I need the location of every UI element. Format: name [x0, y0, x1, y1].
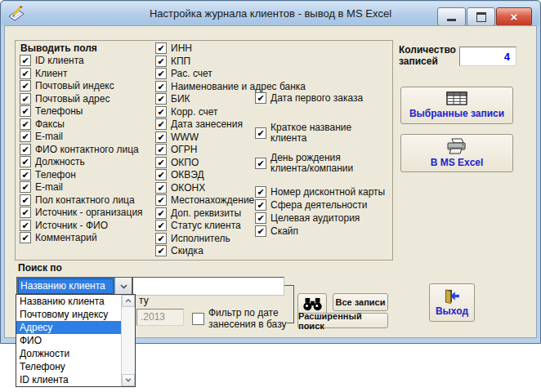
- field-checkbox-row[interactable]: ✔Скайп: [255, 225, 298, 237]
- field-checkbox-row[interactable]: ✔Скидка: [155, 245, 203, 256]
- minimize-button[interactable]: [437, 7, 466, 26]
- checkbox[interactable]: ✔: [20, 156, 31, 167]
- field-checkbox-row[interactable]: ✔Целевая аудитория: [255, 212, 360, 224]
- field-checkbox-row[interactable]: ✔Местонахождение: [155, 194, 254, 206]
- field-checkbox-row[interactable]: ✔ОГРН: [155, 144, 198, 155]
- field-checkbox-row[interactable]: ✔ОКВЭД: [155, 169, 204, 180]
- checkbox[interactable]: ✔: [155, 106, 167, 118]
- field-checkbox-row[interactable]: ✔E-mail: [20, 181, 63, 193]
- dropdown-item[interactable]: ID клиента: [16, 373, 121, 386]
- checkbox[interactable]: ✔: [20, 93, 31, 105]
- dropdown-item[interactable]: Телефону: [16, 360, 121, 373]
- checkbox[interactable]: ✔: [155, 245, 167, 256]
- checkbox[interactable]: ✔: [255, 212, 266, 224]
- field-checkbox-row[interactable]: ✔Факсы: [20, 118, 65, 130]
- close-button[interactable]: ×: [496, 7, 532, 26]
- date-filter-field[interactable]: .2013: [136, 309, 184, 326]
- checkbox[interactable]: ✔: [255, 158, 266, 169]
- checkbox[interactable]: ✔: [155, 42, 167, 54]
- field-checkbox-row[interactable]: ✔Корр. счет: [155, 106, 218, 118]
- field-checkbox-row[interactable]: ✔E-mail: [20, 131, 63, 142]
- field-checkbox-row[interactable]: ✔Исполнитель: [155, 233, 230, 244]
- checkbox[interactable]: ✔: [255, 225, 266, 237]
- checkbox[interactable]: ✔: [20, 105, 31, 117]
- scroll-down-button[interactable]: [122, 374, 135, 386]
- checkbox[interactable]: ✔: [155, 68, 167, 79]
- field-checkbox-row[interactable]: ✔День рождения клиента/компании: [255, 153, 373, 174]
- checkbox[interactable]: ✔: [20, 68, 31, 79]
- checkbox[interactable]: ✔: [20, 55, 31, 66]
- field-checkbox-row[interactable]: ✔Пол контактного лица: [20, 194, 135, 206]
- field-checkbox-row[interactable]: ✔Почтовый индекс: [20, 80, 114, 91]
- field-checkbox-row[interactable]: ✔Источник - ФИО: [20, 220, 108, 231]
- field-checkbox-row[interactable]: ✔БИК: [155, 93, 190, 105]
- checkbox[interactable]: ✔: [155, 118, 167, 130]
- checkbox[interactable]: ✔: [20, 181, 31, 193]
- checkbox[interactable]: ✔: [155, 93, 167, 105]
- maximize-button[interactable]: [467, 7, 495, 26]
- checkbox[interactable]: ✔: [155, 220, 167, 231]
- field-checkbox-row[interactable]: ✔Телефон: [20, 169, 76, 180]
- field-checkbox-row[interactable]: ✔ID клиента: [20, 55, 84, 66]
- field-checkbox-row[interactable]: ✔Рас. счет: [155, 68, 212, 79]
- search-field-combobox[interactable]: Названию клиента: [16, 277, 132, 296]
- field-checkbox-row[interactable]: ✔Телефоны: [20, 105, 83, 117]
- field-checkbox-row[interactable]: ✔Краткое название клиента: [255, 122, 373, 144]
- checkbox[interactable]: ✔: [155, 207, 167, 219]
- dropdown-item[interactable]: Адресу: [16, 321, 121, 334]
- field-checkbox-row[interactable]: ✔Статус клиента: [155, 220, 241, 231]
- field-checkbox-row[interactable]: ✔ФИО контактного лица: [20, 144, 139, 155]
- dropdown-item[interactable]: Почтовому индексу: [16, 308, 121, 321]
- checkbox[interactable]: ✔: [20, 131, 31, 142]
- checkbox[interactable]: ✔: [20, 144, 31, 155]
- title-bar[interactable]: Настройка журнала клиентов - вывод в MS …: [2, 2, 539, 25]
- dropdown-scrollbar[interactable]: [121, 295, 135, 386]
- field-checkbox-row[interactable]: ✔Дата первого заказа: [255, 92, 373, 104]
- field-checkbox-row[interactable]: ✔Доп. реквизиты: [155, 207, 241, 219]
- combobox-dropdown-button[interactable]: [114, 278, 132, 295]
- date-filter-checkbox[interactable]: [192, 313, 204, 325]
- field-checkbox-row[interactable]: ✔КПП: [155, 56, 190, 67]
- field-checkbox-row[interactable]: ✔ОКПО: [155, 157, 199, 168]
- checkbox[interactable]: ✔: [155, 56, 167, 67]
- checkbox[interactable]: ✔: [255, 127, 266, 139]
- field-checkbox-row[interactable]: ✔Дата занесения: [155, 118, 243, 130]
- checkbox[interactable]: ✔: [155, 81, 167, 92]
- checkbox[interactable]: ✔: [155, 144, 167, 155]
- field-checkbox-row[interactable]: ✔Источник - организация: [20, 207, 143, 218]
- checkbox[interactable]: ✔: [20, 207, 31, 218]
- all-records-button[interactable]: Все записи: [333, 293, 388, 311]
- checkbox[interactable]: ✔: [20, 194, 31, 206]
- dropdown-item[interactable]: Названию клиента: [16, 295, 121, 308]
- field-checkbox-row[interactable]: ✔Комментарий: [20, 232, 97, 243]
- checkbox[interactable]: ✔: [155, 233, 167, 244]
- exit-button[interactable]: Выход: [429, 283, 475, 322]
- dropdown-item[interactable]: Должности: [16, 347, 121, 360]
- advanced-search-button[interactable]: Расширенный поиск: [297, 313, 388, 328]
- checkbox[interactable]: ✔: [155, 169, 167, 180]
- checkbox[interactable]: ✔: [155, 131, 167, 143]
- checkbox[interactable]: ✔: [255, 92, 266, 104]
- field-checkbox-row[interactable]: ✔Должность: [20, 156, 85, 167]
- scroll-up-button[interactable]: [122, 295, 135, 307]
- field-checkbox-row[interactable]: ✔WWW: [155, 131, 199, 143]
- field-checkbox-row[interactable]: ✔Почтовый адрес: [20, 93, 110, 105]
- checkbox[interactable]: ✔: [255, 199, 266, 211]
- field-checkbox-row[interactable]: ✔Номер дисконтной карты: [255, 186, 385, 198]
- checkbox[interactable]: ✔: [20, 220, 31, 231]
- checkbox[interactable]: ✔: [155, 157, 167, 168]
- checkbox[interactable]: ✔: [20, 118, 31, 130]
- records-count-field[interactable]: 4: [459, 47, 516, 66]
- excel-export-button[interactable]: В MS Excel: [400, 134, 513, 172]
- dropdown-item[interactable]: ФИО: [16, 334, 121, 347]
- checkbox[interactable]: ✔: [20, 232, 31, 243]
- field-checkbox-row[interactable]: ✔Клиент: [20, 68, 68, 79]
- field-checkbox-row[interactable]: ✔Наименование и адрес банка: [155, 81, 306, 92]
- checkbox[interactable]: ✔: [20, 80, 31, 91]
- search-text-input[interactable]: [132, 277, 284, 296]
- field-checkbox-row[interactable]: ✔ОКОНХ: [155, 182, 205, 194]
- checkbox[interactable]: ✔: [155, 182, 167, 194]
- selected-records-button[interactable]: Выбранные записи: [400, 87, 513, 124]
- field-checkbox-row[interactable]: ✔ИНН: [155, 42, 192, 54]
- checkbox[interactable]: ✔: [255, 186, 266, 198]
